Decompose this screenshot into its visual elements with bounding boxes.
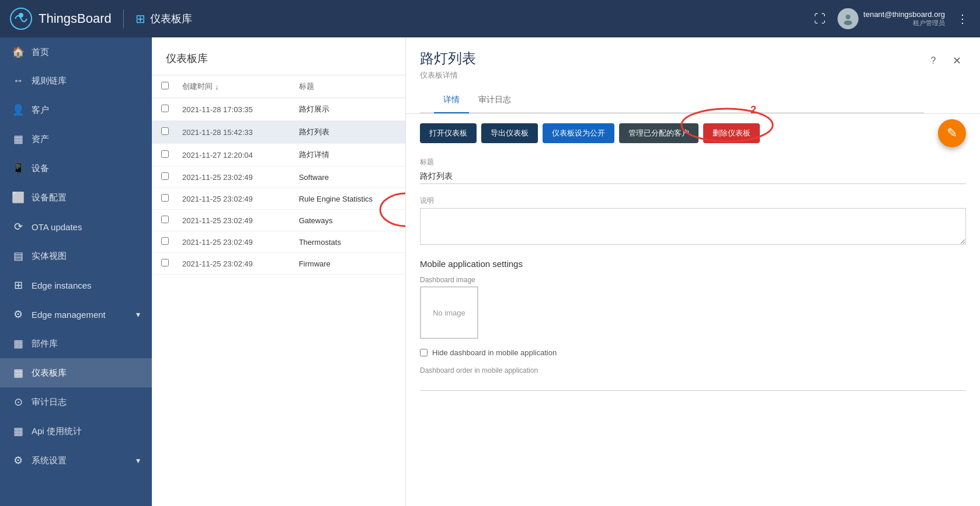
topbar-left: ThingsBoard ⊞ 仪表板库 bbox=[9, 7, 192, 30]
svg-point-2 bbox=[846, 15, 850, 19]
list-item[interactable]: 2021-11-28 17:03:35 路灯展示 bbox=[152, 98, 405, 121]
sidebar-item-assets[interactable]: ▦ 资产 bbox=[0, 124, 152, 154]
sidebar-item-edge-management[interactable]: ⚙ Edge management ▾ bbox=[0, 300, 152, 329]
sidebar-item-label: 客户 bbox=[32, 105, 49, 116]
row-checkbox[interactable] bbox=[161, 216, 169, 223]
sidebar-item-edge-instances[interactable]: ⊞ Edge instances bbox=[0, 271, 152, 300]
topbar-right: ⛶ tenant@thingsboard.org 租户管理员 ⋮ bbox=[812, 8, 971, 29]
close-button[interactable]: ✕ bbox=[947, 51, 966, 70]
row-checkbox[interactable] bbox=[161, 105, 169, 112]
title-input[interactable] bbox=[420, 169, 966, 184]
fullscreen-button[interactable]: ⛶ bbox=[812, 10, 828, 28]
sidebar-item-label: 设备 bbox=[32, 163, 49, 174]
delete-dashboard-button[interactable]: 删除仪表板 bbox=[703, 123, 760, 143]
row-checkbox[interactable] bbox=[161, 150, 169, 158]
sidebar-item-devices[interactable]: 📱 设备 bbox=[0, 154, 152, 183]
open-dashboard-button[interactable]: 打开仪表板 bbox=[420, 123, 477, 143]
logo-icon bbox=[9, 7, 33, 30]
header-title: 标题 bbox=[299, 81, 396, 92]
list-item[interactable]: 2021-11-28 15:42:33 路灯列表 bbox=[152, 121, 405, 144]
row-date: 2021-11-28 15:42:33 bbox=[182, 128, 299, 137]
sidebar-item-dashboards[interactable]: ▦ 仪表板库 bbox=[0, 358, 152, 387]
header-date[interactable]: 创建时间 ↓ bbox=[182, 81, 299, 92]
detail-tabs: 详情 审计日志 bbox=[420, 88, 924, 113]
row-check bbox=[161, 237, 182, 247]
row-date: 2021-11-25 23:02:49 bbox=[182, 173, 299, 182]
row-title: 路灯列表 bbox=[299, 127, 396, 137]
description-textarea[interactable] bbox=[420, 208, 966, 245]
row-title: Software bbox=[299, 173, 396, 182]
entity-views-icon: ▤ bbox=[12, 249, 25, 262]
tab-details[interactable]: 详情 bbox=[434, 88, 469, 113]
more-button[interactable]: ⋮ bbox=[954, 9, 971, 28]
assets-icon: ▦ bbox=[12, 133, 25, 145]
list-item[interactable]: 2021-11-25 23:02:49 Gateways bbox=[152, 210, 405, 231]
row-date: 2021-11-25 23:02:49 bbox=[182, 195, 299, 203]
edge-management-icon: ⚙ bbox=[12, 308, 25, 321]
tab-audit[interactable]: 审计日志 bbox=[469, 88, 520, 113]
row-checkbox[interactable] bbox=[161, 259, 169, 266]
row-checkbox[interactable] bbox=[161, 194, 169, 202]
row-title: 路灯展示 bbox=[299, 104, 396, 115]
export-dashboard-button[interactable]: 导出仪表板 bbox=[481, 123, 538, 143]
sidebar-item-customers[interactable]: 👤 客户 bbox=[0, 95, 152, 124]
user-role: 租户管理员 bbox=[913, 19, 945, 27]
list-item[interactable]: 2021-11-25 23:02:49 Software bbox=[152, 167, 405, 188]
sidebar-item-label: OTA updates bbox=[32, 222, 82, 232]
rule-chains-icon: ↔ bbox=[12, 75, 25, 87]
mobile-settings-title: Mobile application settings bbox=[420, 259, 966, 269]
api-usage-icon: ▦ bbox=[12, 425, 25, 438]
page-title-icon: ⊞ bbox=[135, 12, 145, 26]
row-checkbox[interactable] bbox=[161, 172, 169, 180]
row-checkbox[interactable] bbox=[161, 237, 169, 245]
list-item[interactable]: 2021-11-25 23:02:49 Rule Engine Statisti… bbox=[152, 188, 405, 210]
sidebar-item-label: 系统设置 bbox=[32, 455, 67, 466]
list-table-header: 创建时间 ↓ 标题 bbox=[152, 75, 405, 98]
svg-point-3 bbox=[844, 20, 852, 25]
dashboard-image-box[interactable]: No image bbox=[420, 286, 478, 339]
row-check bbox=[161, 172, 182, 182]
row-title: Gateways bbox=[299, 216, 396, 225]
sidebar-item-label: 仪表板库 bbox=[32, 368, 67, 379]
sidebar-item-ota-updates[interactable]: ⟳ OTA updates bbox=[0, 212, 152, 241]
row-check bbox=[161, 105, 182, 114]
sidebar-item-entity-views[interactable]: ▤ 实体视图 bbox=[0, 241, 152, 271]
hide-dashboard-checkbox[interactable] bbox=[420, 349, 428, 356]
hide-dashboard-row: Hide dashboard in mobile application bbox=[420, 348, 966, 357]
system-settings-icon: ⚙ bbox=[12, 454, 25, 467]
list-item[interactable]: 2021-11-25 23:02:49 Thermostats bbox=[152, 231, 405, 253]
row-title: Thermostats bbox=[299, 238, 396, 247]
sidebar-item-widgets[interactable]: ▦ 部件库 bbox=[0, 329, 152, 358]
sidebar-item-system-settings[interactable]: ⚙ 系统设置 ▾ bbox=[0, 446, 152, 475]
sidebar-item-audit-logs[interactable]: ⊙ 审计日志 bbox=[0, 387, 152, 417]
list-item[interactable]: 2021-11-27 12:20:04 路灯详情 bbox=[152, 144, 405, 167]
sidebar-item-home[interactable]: 🏠 首页 bbox=[0, 37, 152, 67]
row-check bbox=[161, 216, 182, 225]
sidebar-item-label: Api 使用统计 bbox=[32, 426, 82, 437]
content-area: 仪表板库 创建时间 ↓ 标题 2021-11-28 17: bbox=[152, 37, 980, 506]
row-title: Firmware bbox=[299, 259, 396, 268]
select-all-checkbox[interactable] bbox=[161, 82, 169, 89]
make-public-button[interactable]: 仪表板设为公开 bbox=[543, 123, 614, 143]
user-menu[interactable]: tenant@thingsboard.org 租户管理员 bbox=[837, 8, 945, 29]
sidebar-item-label: 资产 bbox=[32, 134, 49, 145]
sidebar-item-label: 审计日志 bbox=[32, 397, 67, 408]
dashboard-order-label: Dashboard order in mobile application bbox=[420, 366, 966, 375]
row-checkbox[interactable] bbox=[161, 127, 169, 135]
avatar-icon bbox=[842, 12, 854, 25]
manage-customers-button[interactable]: 管理已分配的客户 bbox=[619, 123, 698, 143]
user-email: tenant@thingsboard.org bbox=[863, 10, 945, 19]
sidebar-item-api-usage[interactable]: ▦ Api 使用统计 bbox=[0, 417, 152, 446]
title-field: 标题 bbox=[420, 157, 966, 184]
topbar: ThingsBoard ⊞ 仪表板库 ⛶ tenant@thingsboard.… bbox=[0, 0, 980, 37]
list-item[interactable]: 2021-11-25 23:02:49 Firmware bbox=[152, 253, 405, 275]
hide-dashboard-label: Hide dashboard in mobile application bbox=[432, 348, 557, 357]
edit-fab-button[interactable]: ✎ bbox=[938, 119, 966, 147]
ota-icon: ⟳ bbox=[12, 220, 25, 233]
sidebar-item-device-profiles[interactable]: ⬜ 设备配置 bbox=[0, 183, 152, 212]
detail-panel: 路灯列表 仪表板详情 详情 审计日志 ? ✕ 打开仪表板 导出仪表板 仪表板设为… bbox=[406, 37, 980, 506]
sidebar-item-rule-chains[interactable]: ↔ 规则链库 bbox=[0, 67, 152, 95]
help-button[interactable]: ? bbox=[924, 51, 943, 70]
row-date: 2021-11-25 23:02:49 bbox=[182, 259, 299, 268]
row-check bbox=[161, 150, 182, 160]
